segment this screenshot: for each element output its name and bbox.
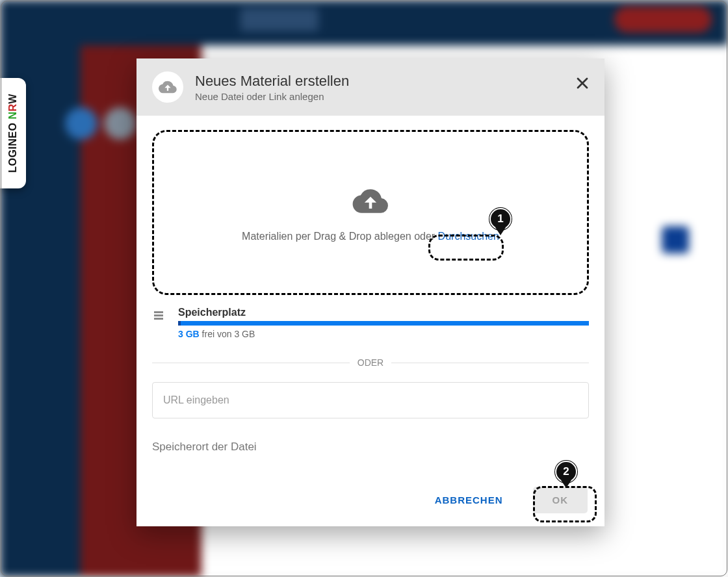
logineo-side-tab[interactable]: LOGINEO NRW (0, 78, 26, 188)
cloud-upload-icon (347, 183, 394, 222)
browse-link[interactable]: Durchsuchen (438, 231, 499, 242)
or-divider: ODER (152, 357, 589, 368)
dialog-header: Neues Material erstellen Neue Datei oder… (136, 58, 604, 116)
file-dropzone[interactable]: Materialien per Drag & Drop ablegen oder… (152, 130, 589, 295)
dialog-footer: ABBRECHEN OK 2 (136, 475, 604, 526)
file-location-label: Speicherort der Datei (152, 441, 589, 460)
dialog-title: Neues Material erstellen (195, 73, 349, 90)
storage-icon (152, 307, 168, 327)
url-input[interactable] (152, 382, 589, 418)
logineo-label: LOGINEO NRW (7, 94, 19, 173)
dialog-body[interactable]: Materialien per Drag & Drop ablegen oder… (136, 116, 604, 475)
close-button[interactable] (573, 74, 592, 92)
annotation-marker-2: 2 (555, 461, 577, 483)
ok-button[interactable]: OK (533, 487, 588, 513)
annotation-marker-1: 1 (489, 208, 512, 230)
create-material-dialog: Neues Material erstellen Neue Datei oder… (136, 58, 604, 526)
upload-header-icon (152, 71, 183, 103)
storage-text: 3 GB frei von 3 GB (178, 329, 589, 339)
storage-bar (178, 321, 589, 326)
storage-section: Speicherplatz 3 GB frei von 3 GB (152, 307, 589, 339)
dialog-subtitle: Neue Datei oder Link anlegen (195, 91, 349, 102)
cancel-button[interactable]: ABBRECHEN (431, 494, 507, 506)
storage-label: Speicherplatz (178, 307, 589, 318)
dropzone-text: Materialien per Drag & Drop ablegen oder… (242, 231, 499, 242)
